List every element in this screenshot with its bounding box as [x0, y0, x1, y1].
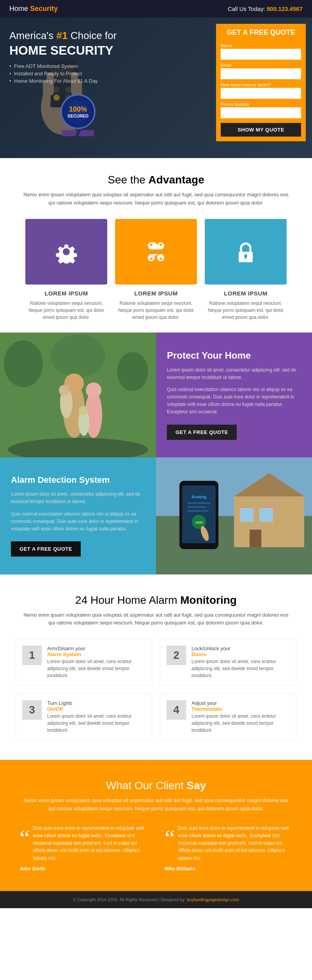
mon-content-2: Lock/Unlock your Doors Lorem ipsum dolor… — [191, 646, 290, 679]
protect-title: Protect Your Home — [167, 350, 301, 361]
svg-rect-40 — [187, 506, 207, 508]
alarm-section: Alarm Detection System Lorem ipsum dolor… — [0, 457, 312, 574]
phone-input[interactable] — [221, 107, 301, 118]
testimonials-desc: Nemo enim ipsam voluptatem quia voluptas… — [23, 797, 289, 813]
protect-body1: Lorem ipsum dolor sit amet, consectetur … — [167, 366, 301, 381]
advantage-card-3: LOREM IPSUM Ratione voluptatem sequi nes… — [205, 219, 287, 321]
logo: Home Security — [9, 5, 58, 13]
mon-num-2: 2 — [167, 646, 186, 665]
alarm-body2: Quis nostrud exercitation ullamco labori… — [11, 510, 145, 533]
svg-point-11 — [63, 248, 70, 255]
adv-card-2-title: LOREM IPSUM — [115, 290, 197, 297]
secured-badge: 100% SECURED — [9, 90, 147, 136]
monitoring-item-3: 3 Turn Lights On/Off Lorem ipsum dolor s… — [16, 694, 152, 740]
svg-text:ARM: ARM — [195, 521, 203, 525]
svg-point-16 — [4, 340, 43, 387]
testimonial-1: “ Duis aute irure dolor in reprehenderit… — [16, 825, 151, 872]
advantage-cards: LOREM IPSUM Ratione voluptatem sequi nes… — [9, 219, 303, 321]
monitoring-item-4: 4 Adjust your Thermostats Lorem ipsum do… — [160, 694, 296, 740]
testimonial-2: “ Duis aute irure dolor in reprehenderit… — [161, 825, 296, 872]
adv-card-3-title: LOREM IPSUM — [205, 290, 287, 297]
mon-desc-2: Lorem ipsum dolor sit amet, cons ectetur… — [191, 658, 290, 679]
monitoring-item-1: 1 Arm/Disarm your Alarm System Lorem ips… — [16, 639, 152, 686]
hero-bullets: Free ADT Monitored System Installed and … — [9, 63, 147, 84]
mon-title-4: Adjust your Thermostats — [191, 700, 290, 712]
svg-rect-34 — [259, 508, 273, 522]
svg-rect-41 — [187, 510, 209, 512]
alarm-body1: Lorem ipsum dolor sit amet, consectetur … — [11, 491, 145, 505]
svg-rect-35 — [250, 530, 261, 547]
email-label: Email — [221, 63, 301, 68]
hero-headline: America's #1 Choice for HOME SECURITY — [9, 29, 147, 59]
command-icon — [144, 240, 168, 263]
adv-card-3-desc: Ratione voluptatem sequi nesciunt. Neque… — [205, 300, 287, 321]
footer-text: © Copyright 2014-2015. All Rights Reserv… — [9, 897, 303, 902]
monitoring-desc: Nemo enim ipsam voluptatem quia voluptas… — [23, 611, 289, 628]
footer-link[interactable]: buylandingpagedesign.com — [187, 897, 239, 902]
svg-point-18 — [51, 334, 105, 377]
mon-title-3: Turn Lights On/Off — [47, 700, 145, 712]
name-label: Name — [221, 43, 301, 48]
mon-content-3: Turn Lights On/Off Lorem ipsum dolor sit… — [47, 700, 145, 734]
quote-form-container: GET A FREE QUOTE Name Email How many ext… — [216, 24, 306, 141]
protect-text: Protect Your Home Lorem ipsum dolor sit … — [156, 333, 312, 457]
doors-input[interactable] — [221, 88, 301, 99]
mon-desc-4: Lorem ipsum dolor sit amet, cons ectetur… — [191, 713, 290, 734]
advantage-card-2: LOREM IPSUM Ratione voluptatem sequi nes… — [115, 219, 197, 321]
svg-rect-14 — [245, 256, 247, 258]
advantage-card-1: LOREM IPSUM Ratione voluptatem sequi nes… — [25, 219, 107, 321]
svg-point-17 — [117, 352, 148, 391]
lock-icon — [234, 240, 257, 263]
alarm-image: Arming ARM — [156, 457, 312, 574]
mon-num-4: 4 — [167, 700, 186, 720]
footer: © Copyright 2014-2015. All Rights Reserv… — [0, 891, 312, 908]
adv-card-1-desc: Ratione voluptatem sequi nesciunt. Neque… — [25, 300, 107, 321]
svg-point-23 — [86, 382, 101, 398]
advantage-section: See the Advantage Nemo enim ipsam volupt… — [0, 158, 312, 333]
protect-body2: Quis nostrud exercitation ullamco labori… — [167, 386, 301, 416]
advantage-title: See the Advantage — [9, 174, 303, 186]
advantage-desc: Nemo enim ipsam voluptatem quia voluptas… — [23, 191, 289, 207]
adv-card-1-title: LOREM IPSUM — [25, 290, 107, 297]
header: Home Security Call Us Today: 800.123.456… — [0, 0, 312, 18]
command-icon-box — [115, 219, 197, 285]
mon-num-1: 1 — [22, 646, 42, 665]
bullet-2: Installed and Ready to Protect — [9, 71, 147, 76]
gear-icon — [55, 240, 78, 263]
mon-desc-1: Lorem ipsum dolor sit amet, cons ectetur… — [47, 658, 145, 679]
monitoring-section: 24 Hour Home Alarm Monitoring Nemo enim … — [0, 574, 312, 760]
email-input[interactable] — [221, 68, 301, 79]
svg-point-27 — [78, 406, 88, 415]
doors-label: How many exterior doors? — [221, 82, 301, 87]
phone-label: Phone Number — [221, 102, 301, 107]
name-input[interactable] — [221, 49, 301, 60]
monitoring-grid: 1 Arm/Disarm your Alarm System Lorem ips… — [16, 639, 296, 740]
alarm-text: Alarm Detection System Lorem ipsum dolor… — [0, 457, 156, 574]
protect-quote-button[interactable]: GET A FREE QUOTE — [167, 425, 237, 440]
gear-icon-box — [25, 219, 107, 285]
mon-content-4: Adjust your Thermostats Lorem ipsum dolo… — [191, 700, 290, 734]
hero-content: America's #1 Choice for HOME SECURITY Fr… — [0, 18, 156, 158]
bullet-3: Home Monitoring For About $1 A Day — [9, 78, 147, 84]
mon-content-1: Arm/Disarm your Alarm System Lorem ipsum… — [47, 646, 145, 679]
testimonials-title: What Our Client Say — [12, 779, 300, 792]
quote-form-title: GET A FREE QUOTE — [222, 28, 300, 37]
protect-section: Protect Your Home Lorem ipsum dolor sit … — [0, 333, 312, 457]
adv-card-2-desc: Ratione voluptatem sequi nesciunt. Neque… — [115, 300, 197, 321]
svg-point-28 — [64, 374, 84, 393]
quote-mark-2: “ — [165, 829, 175, 847]
svg-rect-39 — [187, 502, 211, 504]
alarm-title: Alarm Detection System — [11, 475, 145, 485]
lock-icon-box — [205, 219, 287, 285]
alarm-quote-button[interactable]: GET A FREE QUOTE — [11, 541, 81, 557]
svg-text:Arming: Arming — [191, 494, 207, 499]
mon-title-1: Arm/Disarm your Alarm System — [47, 646, 145, 657]
monitoring-item-2: 2 Lock/Unlock your Doors Lorem ipsum dol… — [160, 639, 296, 686]
mon-num-3: 3 — [22, 700, 42, 720]
testimonials-section: What Our Client Say Nemo enim ipsam volu… — [0, 760, 312, 891]
test-text-1: Duis aute irure dolor in reprehenderit i… — [33, 825, 147, 862]
mon-desc-3: Lorem ipsum dolor sit amet, cons ectetur… — [47, 713, 145, 734]
bullet-1: Free ADT Monitored System — [9, 63, 147, 69]
show-quote-button[interactable]: SHOW MY QUOTE — [221, 123, 301, 137]
test-text-2: Duis aute irure dolor in reprehenderit i… — [178, 825, 292, 862]
